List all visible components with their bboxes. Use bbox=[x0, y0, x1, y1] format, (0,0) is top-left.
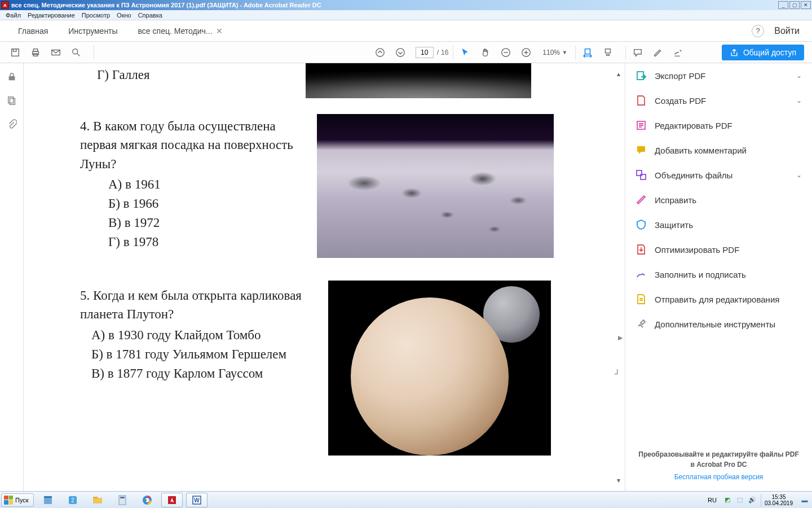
save-icon[interactable] bbox=[8, 45, 23, 60]
fit-width-icon[interactable] bbox=[580, 45, 595, 60]
q5-title: 5. Когда и кем была открыта карликовая п… bbox=[80, 286, 306, 324]
tab-home[interactable]: Главная bbox=[8, 20, 58, 41]
tool-combine-files[interactable]: Объединить файлы⌄ bbox=[625, 163, 812, 187]
tray-icon-2[interactable]: ⬚ bbox=[736, 496, 744, 504]
tool-fill-sign[interactable]: Заполнить и подписать bbox=[625, 262, 812, 287]
page-number-input[interactable] bbox=[416, 47, 434, 58]
fit-page-icon[interactable] bbox=[601, 45, 615, 60]
svg-rect-11 bbox=[585, 49, 590, 54]
promo-link[interactable]: Бесплатная пробная версия bbox=[634, 472, 803, 482]
chevron-down-icon: ⌄ bbox=[796, 97, 802, 104]
lock-icon[interactable] bbox=[6, 71, 17, 82]
start-button[interactable]: Пуск bbox=[1, 493, 34, 507]
taskbar-app-3[interactable] bbox=[87, 493, 108, 507]
taskbar-app-calc[interactable] bbox=[112, 493, 133, 507]
hand-icon[interactable] bbox=[478, 45, 493, 60]
q5-opt-c: В) в 1877 году Карлом Гауссом bbox=[91, 364, 263, 383]
image-pluto-planet bbox=[351, 297, 509, 456]
menu-bar: Файл Редактирование Просмотр Окно Справк… bbox=[0, 10, 812, 20]
tool-label: Исправить bbox=[655, 195, 696, 205]
tray-lang[interactable]: RU bbox=[705, 497, 719, 503]
svg-rect-14 bbox=[8, 97, 13, 103]
taskbar-app-2[interactable]: 2 bbox=[62, 493, 83, 507]
scroll-down-icon[interactable]: ▾ bbox=[614, 475, 624, 485]
help-icon[interactable]: ? bbox=[752, 25, 764, 37]
taskbar-app-chrome[interactable] bbox=[136, 493, 158, 507]
pdf-app-icon: A bbox=[1, 1, 9, 9]
tray-volume-icon[interactable]: 🔊 bbox=[748, 496, 756, 504]
document-view[interactable]: ▴ Г) Галлея 4. В каком году была осущест… bbox=[24, 63, 625, 491]
taskbar-app-word[interactable]: W bbox=[186, 493, 208, 507]
collapse-right-icon[interactable]: ▶ bbox=[618, 334, 623, 341]
svg-rect-25 bbox=[93, 497, 98, 498]
pointer-icon[interactable] bbox=[458, 45, 473, 60]
page-down-icon[interactable] bbox=[393, 45, 408, 60]
svg-rect-27 bbox=[120, 497, 125, 498]
tool-redact[interactable]: Исправить bbox=[625, 187, 812, 212]
tray-clock[interactable]: 15:35 03.04.2019 bbox=[761, 494, 796, 506]
svg-point-8 bbox=[396, 48, 404, 56]
tool-label: Объединить файлы bbox=[655, 170, 732, 180]
maximize-button[interactable]: ▢ bbox=[789, 1, 800, 9]
highlight-icon[interactable] bbox=[651, 45, 665, 60]
zoom-value[interactable]: 110% ▼ bbox=[542, 49, 567, 56]
wrench-icon bbox=[636, 318, 647, 330]
tool-label: Экспорт PDF bbox=[655, 71, 706, 81]
thumbnails-icon[interactable] bbox=[6, 95, 17, 106]
comment-icon bbox=[636, 144, 647, 156]
tray-show-desktop[interactable]: ▬ bbox=[801, 496, 809, 504]
share-icon bbox=[730, 48, 739, 57]
tab-document[interactable]: все спец. Методич... ✕ bbox=[128, 20, 233, 41]
tab-close-icon[interactable]: ✕ bbox=[216, 27, 223, 36]
chevron-down-icon: ⌄ bbox=[796, 72, 802, 80]
optimize-icon bbox=[636, 244, 647, 255]
comment-icon[interactable] bbox=[630, 45, 645, 60]
tray-icon-1[interactable]: ◩ bbox=[723, 496, 731, 504]
tool-send-for-review[interactable]: Отправить для редактирования bbox=[625, 287, 812, 312]
tool-more-tools[interactable]: Дополнительные инструменты bbox=[625, 312, 812, 336]
image-moon-surface bbox=[317, 114, 554, 258]
menu-help[interactable]: Справка bbox=[135, 12, 166, 19]
q5-opt-a: А) в 1930 году Клайдом Томбо bbox=[91, 326, 261, 344]
tool-optimize-pdf[interactable]: Оптимизировать PDF bbox=[625, 237, 812, 262]
login-button[interactable]: Войти bbox=[774, 26, 804, 36]
minimize-button[interactable]: _ bbox=[778, 1, 788, 9]
tool-create-pdf[interactable]: Создать PDF⌄ bbox=[625, 88, 812, 113]
tool-label: Дополнительные инструменты bbox=[655, 319, 775, 329]
tool-add-comment[interactable]: Добавить комментарий bbox=[625, 138, 812, 163]
svg-rect-15 bbox=[10, 98, 15, 104]
q4-opt-a: А) в 1961 bbox=[108, 175, 161, 194]
tool-protect[interactable]: Защитить bbox=[625, 212, 812, 237]
svg-rect-3 bbox=[33, 49, 37, 51]
tab-tools[interactable]: Инструменты bbox=[58, 20, 127, 41]
taskbar-app-acrobat[interactable] bbox=[161, 493, 183, 507]
image-pluto bbox=[328, 281, 551, 456]
window-title: все спец. Методические указания к ПЗ Аст… bbox=[11, 2, 778, 8]
tray-date: 03.04.2019 bbox=[765, 500, 793, 506]
page-total: 16 bbox=[441, 49, 448, 56]
taskbar-app-1[interactable] bbox=[37, 493, 59, 507]
zoom-out-icon[interactable] bbox=[498, 45, 513, 60]
svg-rect-12 bbox=[605, 49, 610, 52]
chevron-down-icon: ▼ bbox=[562, 50, 567, 55]
email-icon[interactable] bbox=[48, 45, 63, 60]
tools-panel: Экспорт PDF⌄ Создать PDF⌄ Редактировать … bbox=[625, 63, 812, 491]
attachment-icon[interactable] bbox=[6, 119, 17, 130]
page-sep: / bbox=[437, 49, 439, 56]
tool-export-pdf[interactable]: Экспорт PDF⌄ bbox=[625, 63, 812, 88]
svg-rect-16 bbox=[637, 72, 643, 80]
close-button[interactable]: ✕ bbox=[801, 1, 811, 9]
menu-edit[interactable]: Редактирование bbox=[24, 12, 78, 19]
tool-label: Оптимизировать PDF bbox=[655, 245, 739, 255]
share-button[interactable]: Общий доступ bbox=[722, 45, 804, 60]
print-icon[interactable] bbox=[28, 45, 43, 60]
search-icon[interactable] bbox=[69, 45, 83, 60]
menu-file[interactable]: Файл bbox=[2, 12, 24, 19]
page-up-icon[interactable] bbox=[373, 45, 387, 60]
zoom-in-icon[interactable] bbox=[519, 45, 533, 60]
tool-edit-pdf[interactable]: Редактировать PDF bbox=[625, 113, 812, 138]
sign-icon[interactable] bbox=[671, 45, 686, 60]
menu-view[interactable]: Просмотр bbox=[78, 12, 113, 19]
menu-window[interactable]: Окно bbox=[113, 12, 135, 19]
scroll-up-icon[interactable]: ▴ bbox=[614, 69, 624, 79]
